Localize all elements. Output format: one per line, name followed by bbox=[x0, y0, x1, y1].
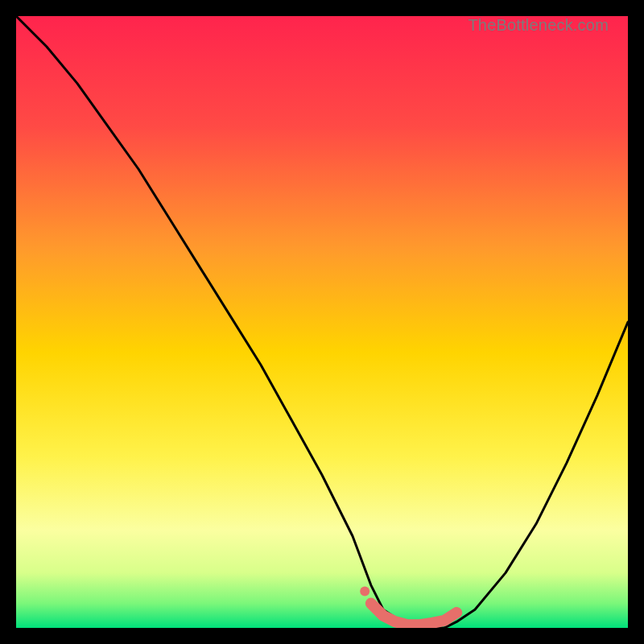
bottleneck-curve bbox=[16, 16, 628, 628]
bottleneck-curve-path bbox=[16, 16, 628, 628]
optimal-range-start-dot bbox=[360, 586, 369, 596]
watermark-text: TheBottleneck.com bbox=[468, 16, 609, 35]
optimal-range-band bbox=[371, 604, 456, 625]
chart-overlay bbox=[16, 16, 628, 628]
chart-frame: TheBottleneck.com bbox=[16, 16, 628, 628]
